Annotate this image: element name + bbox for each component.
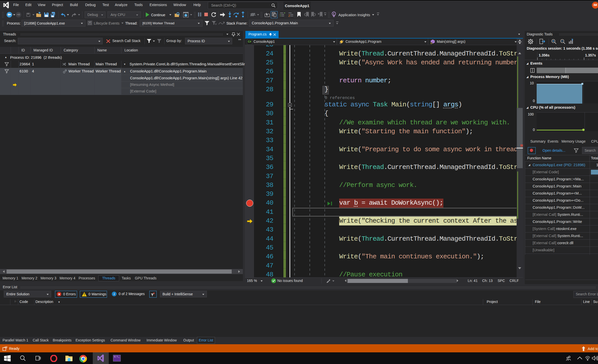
svg-text:2: 2 [288, 14, 290, 17]
svg-text:?: ? [571, 39, 573, 42]
